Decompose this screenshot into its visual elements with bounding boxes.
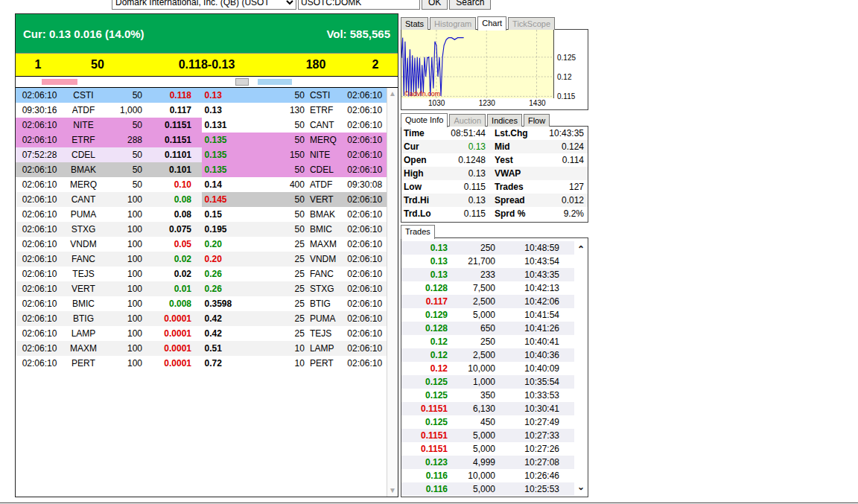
bid-price: 0.02: [142, 267, 197, 281]
x-tick-label: 1230: [479, 99, 495, 107]
bid-side: 02:06:10 ETRF 288 0.1151: [16, 133, 202, 147]
bid-side: 07:52:28 CDEL 50 0.1101: [16, 147, 202, 162]
quote-label: Trd.Hi: [404, 194, 439, 207]
ask-time: 02:06:10: [342, 162, 387, 177]
ask-time: 02:06:10: [342, 296, 387, 311]
trade-time: 10:41:26: [495, 322, 559, 335]
ask-side: 0.42 25 TEJS 02:06:10: [202, 326, 388, 341]
trade-size: 5,000: [448, 482, 495, 496]
trade-price: 0.1151: [401, 442, 448, 456]
bid-price: 0.101: [142, 162, 197, 177]
scroll-down-icon[interactable]: ▼: [387, 486, 398, 495]
ask-size: 25: [250, 326, 305, 341]
ask-market-maker: FANC: [305, 267, 343, 281]
ask-time: 02:06:10: [342, 133, 387, 147]
trades-panel: ⌃ ⌄ 0.13 250 10:48:59 0.13 21,700 10:43:…: [401, 237, 588, 497]
quote-label: Yest: [486, 153, 541, 167]
ask-size: 50: [250, 133, 305, 147]
trade-price: 0.116: [401, 469, 448, 482]
bid-time: 02:06:10: [16, 237, 63, 252]
trade-time: 10:40:09: [495, 362, 559, 375]
trade-time: 10:27:49: [495, 415, 559, 429]
quote-info-row: Open 0.1248 Yest 0.114: [401, 153, 588, 167]
price-chart-plot: ©advfn.com: [401, 30, 554, 98]
ask-time: 09:30:08: [342, 177, 387, 192]
trade-time: 10:42:13: [495, 281, 559, 295]
symbol-select[interactable]: Domark International, Inc. (QB) (USOT: [112, 0, 296, 10]
ask-depth-bar: [258, 79, 292, 85]
ask-size: 25: [250, 252, 305, 267]
tab-stats[interactable]: Stats: [401, 17, 428, 30]
bid-size: 50: [104, 162, 142, 177]
ask-time: 02:06:10: [342, 281, 387, 296]
trade-size: 21,700: [448, 255, 495, 268]
trade-row: 0.12 10,000 10:40:09: [401, 362, 574, 375]
bid-time: 02:06:10: [16, 252, 63, 267]
trade-time: 10:35:54: [495, 375, 559, 389]
ask-size: 150: [250, 147, 305, 162]
depth-scrollbar-thumb[interactable]: [235, 78, 249, 86]
trades-scroll-down-icon[interactable]: ⌄: [576, 482, 586, 492]
trade-row: 0.125 450 10:27:49: [401, 415, 574, 429]
level2-row: 02:06:10 LAMP 100 0.0001 0.42 25 TEJS 02…: [16, 326, 387, 341]
trades-scroll-up-icon[interactable]: ⌃: [576, 244, 586, 255]
level2-header: Cur: 0.13 0.016 (14.0%) Vol: 585,565: [16, 14, 398, 53]
symbol-input[interactable]: [298, 0, 420, 10]
ok-button[interactable]: OK: [422, 0, 448, 10]
chart-y-axis: 0.1250.120.115: [554, 30, 588, 98]
trade-size: 6,130: [448, 402, 495, 415]
tab-auction[interactable]: Auction: [449, 114, 486, 127]
quote-label: VWAP: [486, 167, 541, 180]
chart-x-axis: 103012301430: [401, 98, 554, 109]
level2-row: 02:06:10 STXG 100 0.075 0.195 50 BMIC 02…: [16, 222, 387, 237]
bid-price: 0.0001: [142, 326, 197, 341]
ask-side: 0.135 50 CDEL 02:06:10: [202, 162, 388, 177]
level2-scrollbar[interactable]: ▲ ▼: [387, 88, 398, 497]
tab-chart[interactable]: Chart: [477, 16, 506, 31]
ask-size: 130: [250, 103, 305, 118]
bid-time: 02:06:10: [16, 296, 63, 311]
bid-market-maker: CSTI: [63, 88, 104, 103]
bid-side: 02:06:10 FANC 100 0.02: [16, 252, 202, 267]
tab-flow[interactable]: Flow: [524, 114, 550, 127]
level2-row: 02:06:10 NITE 50 0.1151 0.131 50 CANT 02…: [16, 118, 387, 133]
bid-size: 50: [104, 147, 142, 162]
trade-time: 10:33:53: [495, 389, 559, 402]
ask-market-maker: VNDM: [305, 252, 343, 267]
quote-value: 0.13: [439, 140, 486, 153]
bid-side: 09:30:16 ATDF 1,000 0.117: [16, 103, 202, 118]
search-button[interactable]: Search: [449, 0, 491, 10]
ask-price: 0.26: [202, 281, 250, 296]
tab-histogram[interactable]: Histogram: [430, 17, 476, 30]
tab-indices[interactable]: Indices: [487, 114, 522, 127]
ask-price: 0.14: [202, 177, 250, 192]
bid-market-maker: CANT: [63, 192, 104, 207]
tab-trades[interactable]: Trades: [401, 225, 435, 239]
bid-side: 02:06:10 STXG 100 0.075: [16, 222, 202, 237]
ask-time: 02:06:10: [342, 326, 387, 341]
tab-quote-info[interactable]: Quote Info: [401, 113, 448, 127]
bottom-divider: [0, 503, 858, 503]
quote-value: 127: [541, 180, 585, 194]
trade-price: 0.128: [401, 322, 448, 335]
quote-info-row: High 0.13 VWAP: [401, 167, 588, 180]
level2-row: 02:06:10 ETRF 288 0.1151 0.135 50 MERQ 0…: [16, 133, 387, 147]
tab-tickscope[interactable]: TickScope: [508, 17, 555, 30]
ask-time: 02:06:10: [342, 118, 387, 133]
trade-size: 1,000: [448, 375, 495, 389]
bid-side: 02:06:10 BMAK 50 0.101: [16, 162, 202, 177]
level2-row: 02:06:10 CSTI 50 0.118 0.13 50 CSTI 02:0…: [16, 88, 387, 103]
trade-row: 0.117 2,500 10:42:06: [401, 295, 574, 308]
trade-row: 0.129 5,000 10:41:54: [401, 308, 574, 322]
ask-market-maker: BMAK: [305, 207, 343, 222]
trade-size: 450: [448, 415, 495, 429]
ask-price: 0.42: [202, 326, 250, 341]
best-bid-ask-row: 1 50 0.118-0.13 180 2: [16, 53, 398, 76]
bid-side: 02:06:10 BMIC 100 0.008: [16, 296, 202, 311]
ask-market-maker: ETRF: [305, 103, 343, 118]
scroll-up-icon[interactable]: ▲: [387, 89, 398, 98]
x-tick-label: 1030: [428, 99, 445, 107]
quote-label: Spread: [486, 194, 541, 207]
bid-market-maker: MERQ: [63, 177, 104, 192]
trade-price: 0.12: [401, 362, 448, 375]
